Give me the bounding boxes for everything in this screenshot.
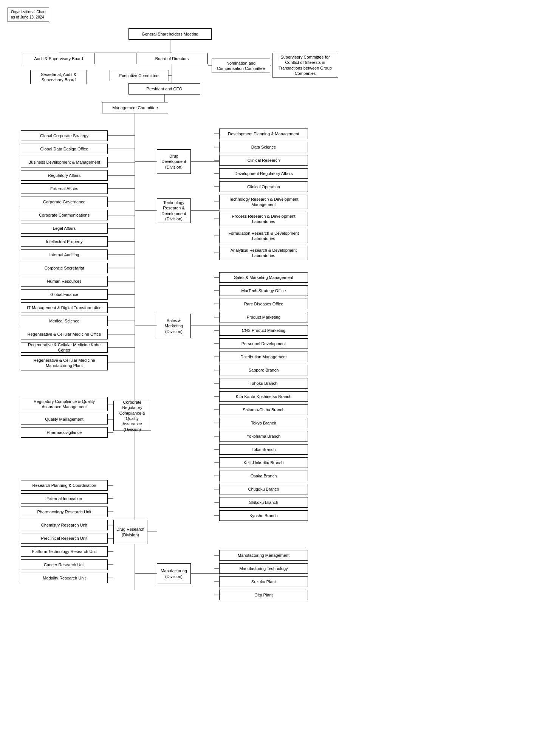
analytical-rd-labs: Analytical Research & Development Labora… (219, 246, 308, 260)
pharmacovigilance: Pharmacovigilance (21, 427, 108, 438)
legal-affairs: Legal Affairs (21, 223, 108, 234)
sales-marketing-mgmt: Sales & Marketing Management (219, 272, 308, 283)
yokohama-branch: Yokohama Branch (219, 431, 308, 442)
internal-auditing: Internal Auditing (21, 249, 108, 260)
martech-strategy: MarTech Strategy Office (219, 285, 308, 296)
tokai-branch: Tokai Branch (219, 444, 308, 455)
sapporo-branch: Sapporo Branch (219, 365, 308, 375)
manufacturing-mgmt: Manufacturing Management (219, 550, 308, 561)
dev-planning: Development Planning & Management (219, 129, 308, 139)
medical-science: Medical Science (21, 316, 108, 326)
corp-reg-compliance-div: Corporate Regulatory Compliance & Qualit… (113, 401, 151, 431)
tech-rd-mgmt: Technology Research & Development Manage… (219, 195, 308, 209)
global-corporate-strategy: Global Corporate Strategy (21, 130, 108, 141)
saitama-chiba: Saitama-Chiba Branch (219, 404, 308, 415)
global-data-design: Global Data Design Office (21, 144, 108, 154)
wm2: as of June 18, 2024 (11, 15, 44, 19)
regenerative-manufacturing: Regenerative & Cellular Medicine Manufac… (21, 355, 108, 370)
audit-supervisory: Audit & Supervisory Board (23, 53, 94, 64)
sales-marketing-div: Sales & Marketing (Division) (157, 314, 191, 338)
it-management: IT Management & Digital Transformation (21, 302, 108, 313)
intellectual-property: Intellectual Property (21, 236, 108, 247)
shikoku-branch: Shikoku Branch (219, 497, 308, 508)
modality-research: Modality Research Unit (21, 573, 108, 583)
manufacturing-tech: Manufacturing Technology (219, 563, 308, 574)
distribution-management: Distribution Management (219, 352, 308, 362)
secretariat-audit: Secretariat, Audit & Supervisory Board (30, 70, 87, 84)
suzuka-plant: Suzuka Plant (219, 576, 308, 587)
tohoku-branch: Tohoku Branch (219, 378, 308, 389)
product-marketing: Product Marketing (219, 312, 308, 322)
general-shareholders: General Shareholders Meeting (128, 28, 212, 40)
wm1: Organizational Chart (11, 10, 46, 14)
kita-kanto: Kita-Kanto-Koshinetsu Branch (219, 391, 308, 402)
platform-technology: Platform Technology Research Unit (21, 546, 108, 557)
global-finance: Global Finance (21, 289, 108, 300)
nomination-compensation: Nomination and Compensation Committee (212, 59, 270, 73)
regulatory-affairs: Regulatory Affairs (21, 170, 108, 181)
clinical-operation: Clinical Operation (219, 181, 308, 192)
corporate-governance: Corporate Governance (21, 197, 108, 207)
chugoku-branch: Chugoku Branch (219, 484, 308, 494)
oita-plant: Oita Plant (219, 590, 308, 600)
management-committee: Management Committee (102, 102, 168, 113)
tokyo-branch: Tokyo Branch (219, 418, 308, 428)
preclinical-research: Preclinical Research Unit (21, 533, 108, 544)
research-planning: Research Planning & Coordination (21, 480, 108, 491)
kyushu-branch: Kyushu Branch (219, 510, 308, 521)
quality-management: Quality Management (21, 414, 108, 424)
drug-development-div: Drug Development (Division) (157, 149, 191, 174)
external-innovation: External Innovation (21, 493, 108, 504)
human-resources: Human Resources (21, 276, 108, 287)
pharmacology-research: Pharmacology Research Unit (21, 507, 108, 517)
chemistry-research: Chemistry Research Unit (21, 520, 108, 530)
corporate-secretariat: Corporate Secretariat (21, 263, 108, 273)
osaka-branch: Osaka Branch (219, 471, 308, 481)
personnel-development: Personnel Development (219, 338, 308, 349)
drug-research-div: Drug Research (Division) (113, 520, 147, 544)
regenerative-kobe: Regenerative & Cellular Medicine Kobe Ce… (21, 342, 108, 353)
cns-product-marketing: CNS Product Marketing (219, 325, 308, 336)
org-chart: Organizational Chartas of June 18, 2024 (0, 0, 534, 756)
data-science: Data Science (219, 142, 308, 152)
rare-diseases: Rare Diseases Office (219, 299, 308, 309)
process-rd-labs: Process Research & Development Laborator… (219, 212, 308, 226)
president-ceo: President and CEO (128, 83, 200, 94)
supervisory-committee: Supervisory Committee for Conflict of In… (272, 53, 338, 77)
external-affairs: External Affairs (21, 183, 108, 194)
cancer-research: Cancer Research Unit (21, 559, 108, 570)
board-directors: Board of Directors (136, 53, 208, 64)
regenerative-cellular: Regenerative & Cellular Medicine Office (21, 329, 108, 339)
reg-compliance-qa: Regulatory Compliance & Quality Assuranc… (21, 397, 108, 411)
tech-research-div: Technology Research & Development (Divis… (157, 198, 191, 223)
corporate-communications: Corporate Communications (21, 210, 108, 220)
keiji-hokuriku: Keiji-Hokuriku Branch (219, 457, 308, 468)
watermark: Organizational Chartas of June 18, 2024 (8, 8, 49, 22)
clinical-research: Clinical Research (219, 155, 308, 166)
manufacturing-div: Manufacturing (Division) (157, 563, 191, 584)
formulation-rd-labs: Formulation Research & Development Labor… (219, 229, 308, 243)
business-development: Business Development & Management (21, 157, 108, 167)
dev-regulatory-affairs: Development Regulatory Affairs (219, 168, 308, 179)
executive-committee: Executive Committee (110, 70, 168, 81)
